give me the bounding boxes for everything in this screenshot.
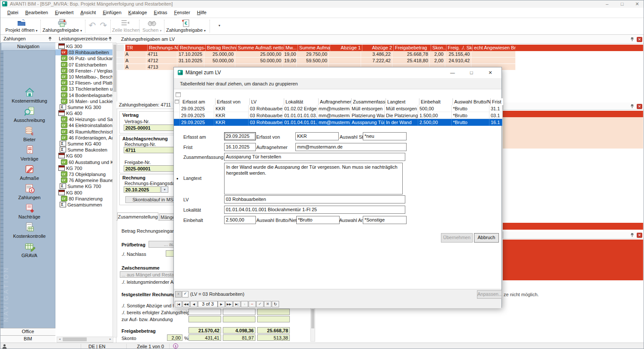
menu-item[interactable]: Erweitert — [52, 8, 77, 18]
column-header[interactable]: Frist — [491, 98, 504, 105]
auftragnehmer-input[interactable]: mm@mustermann.de — [295, 143, 407, 151]
filter-remove-button[interactable]: x — [175, 291, 182, 297]
nav-first-icon[interactable]: |◀ — [175, 301, 182, 307]
tree-item[interactable]: 73 Objektplanung — [55, 171, 113, 177]
frist-input[interactable]: 16.10.2025 — [224, 143, 256, 151]
tree-item[interactable]: Summe KG 700 — [55, 183, 113, 189]
nav-post-icon[interactable]: ✔ — [256, 301, 264, 307]
bereits-field-1[interactable] — [188, 309, 221, 315]
pin-icon[interactable] — [108, 36, 112, 41]
tree-horizontal-scrollbar[interactable]: ◄ ► — [57, 337, 113, 343]
column-header[interactable]: Freigabebetrag — [394, 45, 431, 51]
sidebar-item-aufmasse[interactable]: Aufmaße — [3, 163, 55, 182]
search-button[interactable]: Suchen ▾ — [141, 19, 163, 34]
skonto-field-1[interactable]: 431,41 — [188, 334, 221, 341]
delete-row-button[interactable]: Zeile löschen — [112, 19, 138, 34]
detail-vertical-scrollbar[interactable] — [310, 308, 315, 342]
tree-item[interactable]: 16 Maler- und Lackierarbeit — [55, 98, 113, 104]
rundung-field-1[interactable] — [188, 316, 221, 322]
rechnungs-nr-field[interactable]: 4711 — [124, 147, 174, 153]
dialog-maximize-button[interactable]: □ — [462, 67, 480, 78]
column-header[interactable]: Auswahl Brutto/Netto — [453, 98, 491, 105]
tree-item[interactable]: KG 600 — [55, 153, 113, 159]
panel-close-icon[interactable]: ✕ — [637, 37, 642, 42]
restore-button[interactable]: □ — [616, 0, 629, 8]
redo-button[interactable]: ↷ — [98, 19, 109, 34]
table-row[interactable]: 29.09.2025KKR03 Rohbauarbeiten01.01.01.0… — [174, 112, 502, 119]
column-header[interactable]: Rechnungs-N... — [148, 45, 179, 51]
nav-next-page-icon[interactable]: ▶▶ — [225, 301, 233, 307]
payment-release-print-button[interactable]: Zahlungsfreigabe ▾ — [43, 19, 82, 34]
pin-icon[interactable] — [630, 37, 635, 42]
erfasst-am-input[interactable]: 29.09.2025 — [224, 132, 256, 140]
column-header[interactable]: Erfasst am — [181, 98, 216, 105]
column-header[interactable]: Abzüge 1 — [330, 45, 362, 51]
menu-item[interactable]: Fenster — [170, 8, 193, 18]
menu-item[interactable]: Datei — [4, 8, 22, 18]
tree-item[interactable]: 13 Tischlerarbeiten und Inn — [55, 86, 113, 92]
column-header[interactable]: Summe Aufmaß brutt... — [298, 45, 330, 51]
pin-icon[interactable] — [630, 104, 635, 109]
skonto-percent-field[interactable]: 2,00 — [167, 334, 182, 341]
table-options-icon[interactable] — [176, 92, 181, 97]
freigabebetrag-field-3[interactable]: 25.668,78 — [257, 327, 290, 334]
tab-zusammenstellung[interactable]: Zusammenstellung — [117, 212, 158, 221]
tree-item[interactable]: KG 800 — [55, 190, 113, 196]
menu-item[interactable]: Kataloge — [125, 8, 150, 18]
tree-item[interactable]: 60 Ausstattung und Kunstw — [55, 159, 113, 165]
nav-cancel-icon[interactable]: ✖ — [264, 301, 271, 307]
panel-close-icon[interactable]: ✕ — [637, 233, 642, 238]
brutto-netto-input[interactable]: *Brutto — [296, 216, 340, 224]
column-header[interactable]: Summe Aufmaß netto — [237, 45, 284, 51]
pin-icon[interactable] — [630, 233, 635, 237]
auswahl-art-input[interactable]: *Sonstige — [363, 216, 407, 224]
column-header[interactable]: Skon... — [431, 45, 447, 51]
column-header[interactable]: Zusammenfassung — [352, 98, 386, 105]
tree-item[interactable]: 14 Bodenbelagsarbeiten — [55, 92, 113, 98]
sidebar-item-vertraege[interactable]: Verträge — [3, 144, 55, 163]
zusammenfassung-input[interactable]: Aussparung Tür herstellen — [224, 153, 405, 161]
tree-item[interactable]: 46 Förderanlagen, Aufzugsa — [55, 135, 113, 141]
tree-item[interactable]: Gesamtsummen — [55, 202, 113, 208]
einbehalt-input[interactable]: 2.500,00 — [224, 216, 256, 224]
tree-item[interactable]: 07 Estricharbeiten — [55, 62, 113, 68]
language-switch[interactable]: DE | EN — [88, 344, 106, 349]
close-button[interactable]: ✕ — [631, 0, 644, 8]
lv-input[interactable]: 03 Rohbauarbeiten — [224, 195, 405, 203]
open-project-button[interactable]: Projekt öffnen ▾ — [4, 19, 39, 34]
tree-item[interactable]: KG 400 — [55, 110, 113, 116]
column-header[interactable]: Mw... — [284, 45, 298, 51]
freigabe-nr-field[interactable]: 2025-00001 — [124, 165, 174, 172]
group-by-hint[interactable]: Tabellenfeld hier drauf ziehen, um danac… — [174, 78, 501, 89]
column-header[interactable]: Betrag Rechnun... — [206, 45, 237, 51]
aus-maengel-button[interactable]: ... aus Mängel und Restarb — [120, 271, 180, 278]
freigabebetrag-field-1[interactable]: 21.570,42 — [188, 327, 221, 334]
filter-checkbox[interactable]: ✔ — [182, 291, 188, 297]
menu-item[interactable]: Ansicht — [77, 8, 99, 18]
uebernehmen-button[interactable]: Übernehmen — [441, 233, 473, 243]
tree-item[interactable]: KG 700 — [55, 165, 113, 171]
column-header[interactable]: Erfasst von — [216, 98, 250, 105]
payment-release-euro-button[interactable]: € Zahlungsfreigabe ▾ — [166, 19, 206, 34]
column-header[interactable]: Rechnungs-... — [179, 45, 206, 51]
sidebar-item-ausschreibung[interactable]: Ausschreibung — [3, 105, 55, 124]
sidebar-item-nachtraege[interactable]: Nachträge — [3, 202, 55, 221]
nav-next-icon[interactable]: ▶ — [218, 301, 225, 307]
tree-item[interactable]: 80 Finanzierung — [55, 196, 113, 202]
sidebar-item-grava[interactable]: GRAVA — [3, 240, 55, 259]
bereits-field-2[interactable] — [223, 309, 255, 315]
eingangsdatum-field[interactable]: 20.10.2025 — [124, 186, 161, 193]
tree-item[interactable]: Summe KG 400 — [55, 141, 113, 147]
nav-prev-page-icon[interactable]: ◀◀ — [182, 301, 190, 307]
abbruch-button[interactable]: Abbruch — [474, 233, 499, 243]
tree-item[interactable]: 06 Putz- und Stuckarbeiten, — [55, 55, 113, 61]
tree-item[interactable]: 08 Fenster- / Verglasungs- / — [55, 68, 113, 74]
auswahl-status-input[interactable]: *neu — [363, 132, 407, 140]
table-row[interactable]: 29.09.2025KKR03 Rohbauarbeiten01.02.02 E… — [174, 105, 502, 112]
erfasst-von-input[interactable]: KKR — [295, 132, 339, 140]
tree-item[interactable]: 45 Raumlufttechnische Anla — [55, 129, 113, 135]
skonto-field-2[interactable]: 81,97 — [223, 334, 255, 341]
nav-prev-icon[interactable]: ◀ — [190, 301, 197, 307]
date-dropdown-icon[interactable]: ▼ — [161, 186, 168, 193]
anpassen-button[interactable]: Anpassen... — [477, 290, 502, 299]
